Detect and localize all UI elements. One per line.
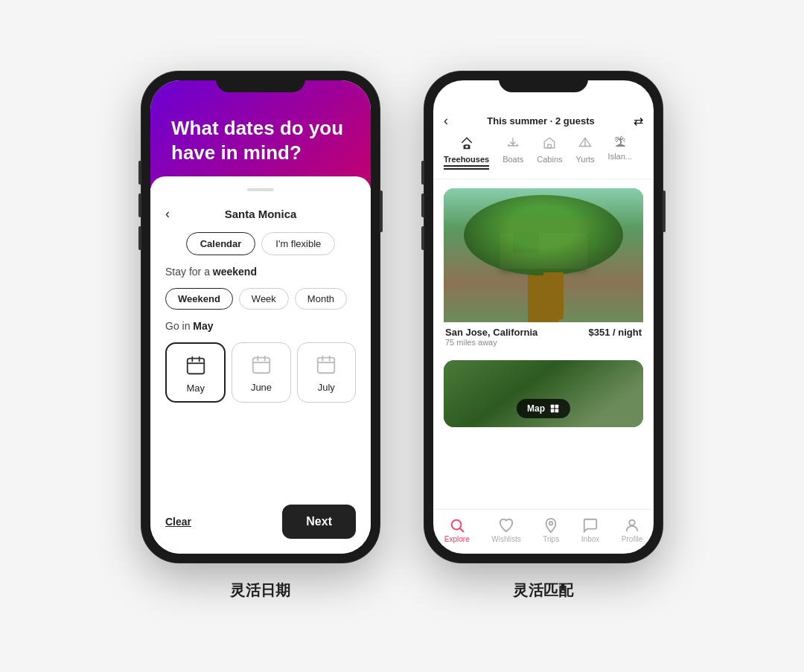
filter-icon[interactable]: ⇄ — [634, 114, 643, 128]
nav-wishlists[interactable]: Wishlists — [491, 517, 520, 543]
cat-boats[interactable]: Boats — [502, 136, 523, 170]
boats-label: Boats — [502, 155, 523, 164]
calendar-toggle[interactable]: Calendar — [186, 232, 256, 255]
wishlists-label: Wishlists — [491, 535, 520, 543]
map-icon — [549, 403, 560, 414]
month-card-june[interactable]: June — [232, 342, 290, 403]
phone2-section: ‹ This summer · 2 guests ⇄ — [424, 71, 663, 601]
nav-row: ‹ Santa Monica — [165, 208, 356, 220]
month-card-may[interactable]: May — [165, 342, 226, 403]
p2-search-text: This summer · 2 guests — [487, 115, 595, 127]
listing-sub-1: 75 miles away — [445, 338, 642, 347]
stay-highlight: weekend — [213, 266, 257, 278]
notch-1 — [216, 71, 305, 92]
stay-label: Stay for a weekend — [165, 266, 356, 278]
notch-2 — [499, 71, 588, 92]
svg-rect-8 — [318, 358, 335, 374]
inbox-label: Inbox — [581, 535, 599, 543]
phone2-frame: ‹ This summer · 2 guests ⇄ — [424, 71, 663, 563]
treehouses-label: Treehouses — [444, 155, 489, 167]
svg-point-21 — [629, 520, 634, 525]
month-card-july[interactable]: July — [297, 342, 356, 403]
svg-rect-14 — [551, 405, 555, 409]
listing-info-1: San Jose, California $351 / night 75 mil… — [444, 322, 643, 351]
month-grid: May June — [165, 342, 356, 403]
next-button[interactable]: Next — [282, 505, 356, 539]
phone1-frame: What dates do you have in mind? ‹ Santa … — [141, 71, 380, 563]
explore-icon — [449, 517, 465, 534]
inbox-icon — [582, 517, 599, 534]
calendar-icon-may — [185, 354, 207, 377]
map-text: Map — [527, 403, 545, 414]
p2-content: San Jose, California $351 / night 75 mil… — [433, 179, 654, 509]
may-label: May — [186, 383, 205, 394]
svg-rect-12 — [548, 144, 552, 148]
phone1-header: What dates do you have in mind? — [150, 80, 371, 188]
phone2-header: ‹ This summer · 2 guests ⇄ — [433, 80, 654, 179]
nav-trips[interactable]: Trips — [543, 517, 559, 543]
svg-point-20 — [549, 522, 553, 525]
cat-islands[interactable]: 🏝 Islan... — [608, 136, 632, 170]
go-in-label: Go in May — [165, 320, 356, 332]
listing-row-1: San Jose, California $351 / night — [445, 327, 642, 338]
july-label: July — [318, 382, 335, 393]
islands-icon: 🏝 — [614, 136, 626, 150]
phone1-caption: 灵活日期 — [230, 580, 291, 601]
svg-line-19 — [460, 528, 463, 531]
category-row: Treehouses Boats — [444, 136, 643, 173]
pill-row: Weekend Week Month — [165, 288, 356, 310]
june-label: June — [251, 382, 272, 393]
bottom-actions: Clear Next — [165, 499, 356, 539]
month-pill[interactable]: Month — [295, 288, 347, 310]
listing-title-1: San Jose, California — [445, 327, 537, 338]
nav-explore[interactable]: Explore — [444, 517, 470, 543]
trips-icon — [543, 517, 559, 534]
p2-back-button[interactable]: ‹ — [444, 113, 448, 129]
treehouse-icon — [460, 136, 473, 153]
weekend-pill[interactable]: Weekend — [165, 288, 233, 310]
phone1-title: What dates do you have in mind? — [171, 116, 350, 164]
svg-rect-0 — [187, 359, 204, 374]
ladder — [543, 272, 564, 319]
clear-button[interactable]: Clear — [165, 516, 191, 528]
nav-profile[interactable]: Profile — [622, 517, 642, 543]
nav-title: Santa Monica — [225, 208, 297, 220]
trips-label: Trips — [543, 535, 559, 543]
explore-label: Explore — [444, 535, 470, 543]
cabins-label: Cabins — [537, 155, 562, 164]
map-badge[interactable]: Map — [517, 399, 570, 418]
toggle-row: Calendar I'm flexible — [165, 232, 356, 255]
svg-rect-4 — [253, 358, 270, 374]
p2-bottom-nav: Explore Wishlists Trips — [433, 509, 654, 554]
listing-card-2[interactable]: Map — [444, 360, 643, 427]
cat-cabins[interactable]: Cabins — [537, 136, 562, 170]
calendar-icon-june — [250, 353, 272, 376]
listing-image-1 — [444, 188, 643, 322]
drag-handle — [247, 188, 274, 191]
phone1-screen: What dates do you have in mind? ‹ Santa … — [150, 80, 371, 554]
wishlist-icon — [498, 517, 514, 534]
boats-icon — [506, 136, 520, 153]
calendar-icon-july — [315, 353, 337, 376]
yurts-icon — [578, 136, 592, 153]
phone1-section: What dates do you have in mind? ‹ Santa … — [141, 71, 380, 601]
foliage — [464, 195, 623, 275]
p2-search-pill[interactable]: This summer · 2 guests — [487, 115, 595, 127]
islands-label: Islan... — [608, 152, 632, 161]
nav-inbox[interactable]: Inbox — [581, 517, 599, 543]
profile-icon — [624, 517, 640, 534]
cat-yurts[interactable]: Yurts — [576, 136, 595, 170]
p2-top-row: ‹ This summer · 2 guests ⇄ — [444, 113, 643, 129]
phone2-caption: 灵活匹配 — [513, 580, 574, 601]
cabins-icon — [543, 136, 556, 153]
week-pill[interactable]: Week — [239, 288, 289, 310]
flexible-toggle[interactable]: I'm flexible — [261, 232, 335, 255]
listing-card-1[interactable]: San Jose, California $351 / night 75 mil… — [444, 188, 643, 351]
svg-rect-17 — [555, 409, 559, 413]
phone2-screen: ‹ This summer · 2 guests ⇄ — [433, 80, 654, 554]
cat-treehouses[interactable]: Treehouses — [444, 136, 489, 170]
back-button[interactable]: ‹ — [165, 206, 170, 222]
svg-rect-15 — [555, 405, 559, 409]
svg-rect-16 — [551, 409, 555, 413]
phone1-body: ‹ Santa Monica Calendar I'm flexible Sta… — [150, 176, 371, 554]
